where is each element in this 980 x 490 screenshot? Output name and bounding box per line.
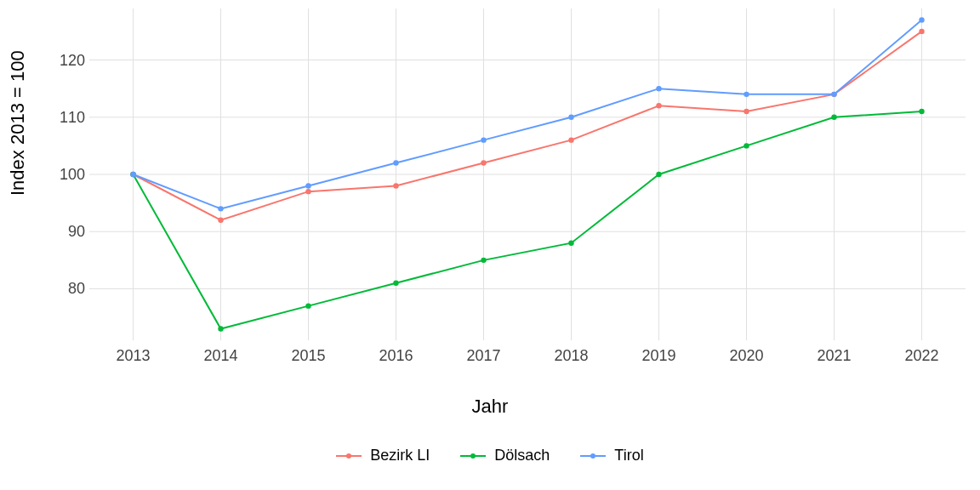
- x-tick-label: 2022: [897, 347, 948, 365]
- series-point: [481, 160, 486, 165]
- legend: Bezirk LIDölsachTirol: [0, 447, 980, 465]
- legend-item-0: Bezirk LI: [336, 447, 430, 464]
- series-point: [305, 303, 311, 308]
- x-tick-label: 2014: [196, 347, 247, 365]
- series-point: [305, 183, 311, 188]
- series-point: [919, 17, 924, 22]
- y-tick-label: 100: [51, 166, 85, 184]
- series-point: [831, 92, 836, 97]
- series-point: [656, 103, 661, 108]
- series-point: [218, 206, 223, 211]
- y-tick-label: 110: [51, 109, 85, 127]
- series-line-2: [134, 20, 922, 208]
- series-point: [744, 92, 749, 97]
- y-tick-label: 90: [51, 223, 85, 241]
- x-tick-label: 2020: [721, 347, 772, 365]
- y-tick-label: 80: [51, 280, 85, 298]
- series-point: [568, 240, 573, 245]
- series-point: [481, 258, 486, 263]
- series-point: [656, 172, 661, 177]
- legend-key-icon: [580, 450, 606, 462]
- x-tick-label: 2021: [809, 347, 860, 365]
- legend-key-icon: [460, 450, 486, 462]
- series-point: [831, 115, 836, 120]
- y-tick-label: 120: [51, 52, 85, 70]
- x-tick-label: 2018: [546, 347, 597, 365]
- series-point: [130, 172, 135, 177]
- legend-item-1: Dölsach: [460, 447, 550, 464]
- series-point: [568, 137, 573, 142]
- line-chart: Index 2013 = 100 Jahr 8090100110120 2013…: [0, 0, 980, 490]
- series-point: [744, 143, 749, 148]
- plot-area: [89, 9, 966, 340]
- x-tick-label: 2015: [283, 347, 334, 365]
- x-tick-label: 2016: [371, 347, 422, 365]
- series-point: [218, 326, 223, 331]
- x-tick-label: 2017: [459, 347, 510, 365]
- series-line-1: [134, 111, 922, 329]
- series-point: [656, 86, 661, 91]
- series-point: [568, 115, 573, 120]
- legend-label: Dölsach: [494, 447, 550, 464]
- series-point: [481, 137, 486, 142]
- series-point: [919, 109, 924, 114]
- legend-label: Bezirk LI: [370, 447, 430, 464]
- series-point: [744, 109, 749, 114]
- series-point: [393, 183, 398, 188]
- legend-key-icon: [336, 450, 362, 462]
- legend-item-2: Tirol: [580, 447, 643, 464]
- series-point: [393, 281, 398, 286]
- series-point: [393, 160, 398, 165]
- x-axis-title: Jahr: [0, 396, 980, 418]
- series-point: [919, 29, 924, 34]
- x-tick-label: 2019: [634, 347, 685, 365]
- series-point: [218, 218, 223, 223]
- legend-label: Tirol: [614, 447, 643, 464]
- series-point: [305, 189, 311, 194]
- x-tick-label: 2013: [108, 347, 159, 365]
- y-axis-title: Index 2013 = 100: [7, 50, 29, 196]
